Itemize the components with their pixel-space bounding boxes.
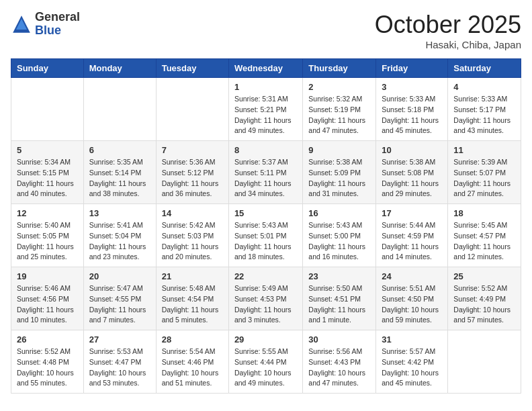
day-info: Sunrise: 5:52 AM Sunset: 4:49 PM Dayligh… [453, 283, 515, 326]
day-info: Sunrise: 5:50 AM Sunset: 4:51 PM Dayligh… [308, 283, 370, 326]
day-info: Sunrise: 5:44 AM Sunset: 4:59 PM Dayligh… [382, 220, 442, 263]
calendar-cell: 24Sunrise: 5:51 AM Sunset: 4:50 PM Dayli… [376, 267, 448, 330]
day-number: 31 [382, 334, 442, 345]
day-number: 10 [382, 145, 442, 155]
month-title: October 2025 [375, 11, 521, 39]
calendar-cell [448, 330, 521, 394]
day-info: Sunrise: 5:33 AM Sunset: 5:17 PM Dayligh… [453, 94, 515, 136]
calendar-week-row: 1Sunrise: 5:31 AM Sunset: 5:21 PM Daylig… [11, 78, 521, 141]
calendar-cell: 29Sunrise: 5:55 AM Sunset: 4:44 PM Dayli… [228, 330, 302, 394]
day-info: Sunrise: 5:49 AM Sunset: 4:53 PM Dayligh… [234, 283, 297, 326]
day-number: 6 [89, 145, 150, 155]
weekday-header: Monday [83, 59, 156, 78]
calendar-cell: 13Sunrise: 5:41 AM Sunset: 5:04 PM Dayli… [83, 204, 156, 267]
calendar-table: SundayMondayTuesdayWednesdayThursdayFrid… [11, 58, 521, 394]
day-number: 27 [89, 334, 150, 345]
day-info: Sunrise: 5:41 AM Sunset: 5:04 PM Dayligh… [89, 220, 150, 263]
day-number: 4 [453, 82, 515, 92]
day-info: Sunrise: 5:31 AM Sunset: 5:21 PM Dayligh… [234, 94, 297, 136]
calendar-cell: 8Sunrise: 5:37 AM Sunset: 5:11 PM Daylig… [228, 141, 302, 204]
day-number: 8 [234, 145, 297, 155]
calendar-cell: 31Sunrise: 5:57 AM Sunset: 4:42 PM Dayli… [376, 330, 448, 394]
day-info: Sunrise: 5:53 AM Sunset: 4:47 PM Dayligh… [89, 347, 150, 389]
day-info: Sunrise: 5:48 AM Sunset: 4:54 PM Dayligh… [162, 283, 223, 326]
calendar-cell [156, 78, 228, 141]
calendar-cell: 17Sunrise: 5:44 AM Sunset: 4:59 PM Dayli… [376, 204, 448, 267]
calendar-cell: 1Sunrise: 5:31 AM Sunset: 5:21 PM Daylig… [228, 78, 302, 141]
calendar-cell: 12Sunrise: 5:40 AM Sunset: 5:05 PM Dayli… [11, 204, 84, 267]
calendar-cell: 3Sunrise: 5:33 AM Sunset: 5:18 PM Daylig… [376, 78, 448, 141]
day-number: 2 [308, 82, 370, 92]
day-number: 9 [308, 145, 370, 155]
weekday-header: Sunday [11, 59, 84, 78]
day-number: 7 [162, 145, 223, 155]
weekday-header: Thursday [303, 59, 376, 78]
day-info: Sunrise: 5:40 AM Sunset: 5:05 PM Dayligh… [17, 220, 78, 263]
day-info: Sunrise: 5:47 AM Sunset: 4:55 PM Dayligh… [89, 283, 150, 326]
calendar-cell: 27Sunrise: 5:53 AM Sunset: 4:47 PM Dayli… [83, 330, 156, 394]
day-number: 29 [234, 334, 297, 345]
logo-blue-text: Blue [35, 24, 80, 38]
logo-text: General Blue [35, 11, 80, 38]
weekday-header: Saturday [448, 59, 521, 78]
day-number: 5 [17, 145, 78, 155]
calendar-cell: 9Sunrise: 5:38 AM Sunset: 5:09 PM Daylig… [303, 141, 376, 204]
calendar-cell: 22Sunrise: 5:49 AM Sunset: 4:53 PM Dayli… [228, 267, 302, 330]
calendar-cell: 21Sunrise: 5:48 AM Sunset: 4:54 PM Dayli… [156, 267, 228, 330]
calendar-cell: 20Sunrise: 5:47 AM Sunset: 4:55 PM Dayli… [83, 267, 156, 330]
day-info: Sunrise: 5:52 AM Sunset: 4:48 PM Dayligh… [17, 347, 78, 389]
day-info: Sunrise: 5:32 AM Sunset: 5:19 PM Dayligh… [308, 94, 370, 136]
calendar-cell: 26Sunrise: 5:52 AM Sunset: 4:48 PM Dayli… [11, 330, 84, 394]
day-info: Sunrise: 5:57 AM Sunset: 4:42 PM Dayligh… [382, 347, 442, 389]
calendar-header-row: SundayMondayTuesdayWednesdayThursdayFrid… [11, 59, 521, 78]
day-info: Sunrise: 5:56 AM Sunset: 4:43 PM Dayligh… [308, 347, 370, 389]
day-number: 22 [234, 271, 297, 281]
calendar-cell: 7Sunrise: 5:36 AM Sunset: 5:12 PM Daylig… [156, 141, 228, 204]
page-header: General Blue October 2025 Hasaki, Chiba,… [11, 11, 521, 50]
logo-general-text: General [35, 11, 80, 24]
calendar-week-row: 12Sunrise: 5:40 AM Sunset: 5:05 PM Dayli… [11, 204, 521, 267]
day-number: 25 [453, 271, 515, 281]
calendar-cell: 19Sunrise: 5:46 AM Sunset: 4:56 PM Dayli… [11, 267, 84, 330]
day-number: 17 [382, 208, 442, 218]
calendar-cell [11, 78, 84, 141]
calendar-cell: 23Sunrise: 5:50 AM Sunset: 4:51 PM Dayli… [303, 267, 376, 330]
day-info: Sunrise: 5:33 AM Sunset: 5:18 PM Dayligh… [382, 94, 442, 136]
day-number: 24 [382, 271, 442, 281]
calendar-cell: 15Sunrise: 5:43 AM Sunset: 5:01 PM Dayli… [228, 204, 302, 267]
logo: General Blue [11, 11, 80, 38]
calendar-week-row: 19Sunrise: 5:46 AM Sunset: 4:56 PM Dayli… [11, 267, 521, 330]
day-number: 21 [162, 271, 223, 281]
day-number: 23 [308, 271, 370, 281]
weekday-header: Friday [376, 59, 448, 78]
calendar-cell: 28Sunrise: 5:54 AM Sunset: 4:46 PM Dayli… [156, 330, 228, 394]
calendar-week-row: 26Sunrise: 5:52 AM Sunset: 4:48 PM Dayli… [11, 330, 521, 394]
day-info: Sunrise: 5:34 AM Sunset: 5:15 PM Dayligh… [17, 157, 78, 199]
day-number: 12 [17, 208, 78, 218]
day-number: 14 [162, 208, 223, 218]
day-number: 26 [17, 334, 78, 345]
calendar-cell: 16Sunrise: 5:43 AM Sunset: 5:00 PM Dayli… [303, 204, 376, 267]
calendar-cell: 10Sunrise: 5:38 AM Sunset: 5:08 PM Dayli… [376, 141, 448, 204]
day-number: 20 [89, 271, 150, 281]
day-info: Sunrise: 5:36 AM Sunset: 5:12 PM Dayligh… [162, 157, 223, 199]
calendar-cell: 4Sunrise: 5:33 AM Sunset: 5:17 PM Daylig… [448, 78, 521, 141]
calendar-week-row: 5Sunrise: 5:34 AM Sunset: 5:15 PM Daylig… [11, 141, 521, 204]
logo-icon [11, 13, 32, 35]
day-number: 13 [89, 208, 150, 218]
day-info: Sunrise: 5:39 AM Sunset: 5:07 PM Dayligh… [453, 157, 515, 199]
calendar-cell: 14Sunrise: 5:42 AM Sunset: 5:03 PM Dayli… [156, 204, 228, 267]
day-info: Sunrise: 5:55 AM Sunset: 4:44 PM Dayligh… [234, 347, 297, 389]
day-number: 16 [308, 208, 370, 218]
day-info: Sunrise: 5:46 AM Sunset: 4:56 PM Dayligh… [17, 283, 78, 326]
calendar-cell: 6Sunrise: 5:35 AM Sunset: 5:14 PM Daylig… [83, 141, 156, 204]
title-block: October 2025 Hasaki, Chiba, Japan [375, 11, 521, 50]
calendar-cell: 2Sunrise: 5:32 AM Sunset: 5:19 PM Daylig… [303, 78, 376, 141]
day-number: 11 [453, 145, 515, 155]
calendar-cell: 11Sunrise: 5:39 AM Sunset: 5:07 PM Dayli… [448, 141, 521, 204]
day-number: 1 [234, 82, 297, 92]
day-info: Sunrise: 5:42 AM Sunset: 5:03 PM Dayligh… [162, 220, 223, 263]
calendar-cell: 30Sunrise: 5:56 AM Sunset: 4:43 PM Dayli… [303, 330, 376, 394]
day-info: Sunrise: 5:43 AM Sunset: 5:00 PM Dayligh… [308, 220, 370, 263]
location-title: Hasaki, Chiba, Japan [375, 39, 521, 50]
